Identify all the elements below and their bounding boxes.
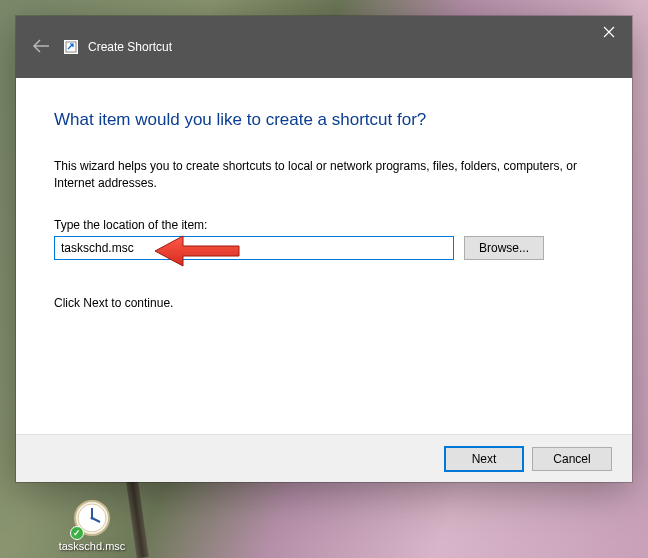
desktop-shortcut-label: taskschd.msc — [56, 540, 128, 552]
dialog-title: Create Shortcut — [88, 40, 172, 54]
clock-icon: ✓ — [72, 498, 112, 538]
location-row: Browse... — [54, 236, 594, 260]
wizard-heading: What item would you like to create a sho… — [54, 110, 594, 130]
desktop-shortcut[interactable]: ✓ taskschd.msc — [56, 498, 128, 552]
svg-point-5 — [91, 517, 94, 520]
back-arrow-icon[interactable] — [32, 37, 50, 58]
location-label: Type the location of the item: — [54, 218, 594, 232]
wizard-description: This wizard helps you to create shortcut… — [54, 158, 594, 192]
browse-button[interactable]: Browse... — [464, 236, 544, 260]
dialog-body: What item would you like to create a sho… — [16, 78, 632, 310]
location-input[interactable] — [54, 236, 454, 260]
create-shortcut-dialog: Create Shortcut What item would you like… — [16, 16, 632, 482]
dialog-header: Create Shortcut — [16, 16, 632, 78]
next-button[interactable]: Next — [444, 446, 524, 472]
shortcut-wizard-icon — [64, 40, 78, 54]
cancel-button[interactable]: Cancel — [532, 447, 612, 471]
checkmark-badge-icon: ✓ — [70, 526, 84, 540]
dialog-footer: Next Cancel — [16, 434, 632, 482]
close-button[interactable] — [586, 16, 632, 48]
instruction-text: Click Next to continue. — [54, 296, 594, 310]
